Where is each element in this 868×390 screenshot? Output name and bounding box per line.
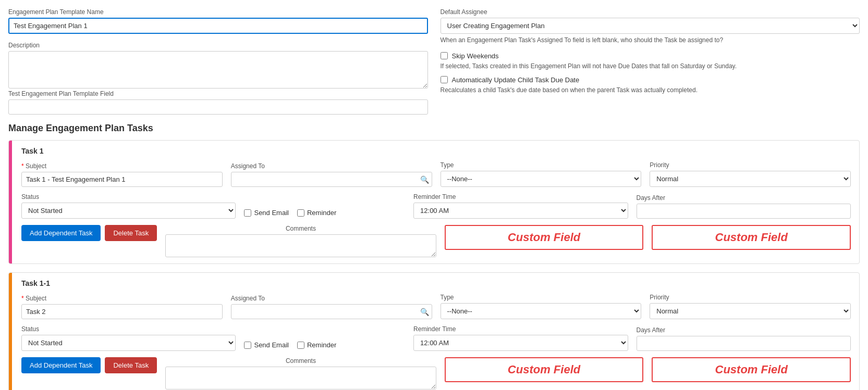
task2-priority-select[interactable]: Normal High Low: [650, 303, 851, 319]
task2-custom-field-2-text: Custom Field: [715, 363, 788, 376]
task1-days-after-input[interactable]: [637, 204, 851, 219]
task2-custom-field-1-text: Custom Field: [508, 363, 580, 376]
task2-custom-field-1: Custom Field: [445, 357, 644, 382]
task2-send-email-checkbox[interactable]: [244, 342, 251, 349]
task2-priority-label: Priority: [650, 294, 851, 301]
task1-assigned-label: Assigned To: [231, 162, 432, 170]
plan-template-name-label: Engagement Plan Template Name: [8, 8, 428, 16]
task2-reminder-label: Reminder: [307, 341, 336, 349]
task1-custom-field-2: Custom Field: [652, 225, 851, 250]
task2-reminder-group: Reminder: [297, 341, 336, 349]
task2-reminder-time-label: Reminder Time: [413, 325, 628, 333]
task1-reminder-time-label: Reminder Time: [413, 193, 628, 200]
task1-comments-textarea[interactable]: [165, 234, 436, 257]
task1-days-after-label: Days After: [637, 194, 851, 202]
task2-status-select[interactable]: Not Started In Progress Completed: [21, 335, 236, 351]
task1-delete-btn[interactable]: Delete Task: [105, 225, 157, 241]
task1-reminder-checkbox[interactable]: [297, 209, 304, 217]
skip-weekends-checkbox[interactable]: [441, 52, 448, 59]
auto-update-checkbox[interactable]: [441, 76, 448, 83]
task2-assigned-input[interactable]: [231, 304, 432, 319]
task1-custom-field-1: Custom Field: [445, 225, 644, 250]
task1-card: Task 1 Subject Assigned To 🔍 Type --None…: [8, 140, 860, 264]
task1-reminder-group: Reminder: [297, 209, 336, 217]
template-field-input[interactable]: [8, 99, 428, 115]
template-field-label: Test Engagement Plan Template Field: [8, 90, 428, 97]
task1-subject-input[interactable]: [21, 172, 223, 187]
task2-reminder-time-select[interactable]: 12:00 AM 12:30 AM 1:00 AM: [413, 335, 628, 351]
task2-subject-label: Subject: [21, 295, 223, 302]
task1-custom-field-2-text: Custom Field: [715, 231, 788, 244]
description-textarea[interactable]: [8, 51, 428, 89]
task2-delete-btn[interactable]: Delete Task: [105, 357, 157, 373]
task1-priority-label: Priority: [650, 161, 851, 169]
task1-status-select[interactable]: Not Started In Progress Completed: [21, 203, 236, 219]
auto-update-label: Automatically Update Child Task Due Date: [452, 76, 580, 84]
task2-status-label: Status: [21, 325, 236, 333]
task2-search-icon: 🔍: [420, 308, 429, 316]
task2-send-email-group: Send Email: [244, 341, 288, 349]
auto-update-info: Recalculates a child Task's due date bas…: [441, 86, 860, 95]
default-assignee-label: Default Assignee: [441, 8, 860, 16]
task1-assigned-input[interactable]: [231, 172, 432, 187]
task1-send-email-group: Send Email: [244, 209, 288, 217]
task1-btn-row: Add Dependent Task Delete Task: [21, 225, 157, 241]
task1-accent: [9, 141, 12, 263]
task2-comments-label: Comments: [165, 357, 436, 364]
task1-search-icon: 🔍: [420, 175, 429, 184]
task1-status-label: Status: [21, 193, 236, 200]
task1-type-select[interactable]: --None-- Call Email Meeting: [441, 171, 642, 187]
task2-reminder-checkbox[interactable]: [297, 342, 304, 349]
manage-tasks-title: Manage Engagement Plan Tasks: [8, 123, 860, 134]
task1-type-label: Type: [441, 161, 642, 169]
task2-type-label: Type: [441, 294, 642, 301]
task2-accent: [9, 273, 12, 390]
description-label: Description: [8, 42, 428, 49]
skip-weekends-label: Skip Weekends: [452, 52, 499, 60]
plan-template-name-input[interactable]: [8, 18, 428, 34]
task1-priority-select[interactable]: Normal High Low: [650, 171, 851, 187]
task2-comments-textarea[interactable]: [165, 367, 436, 389]
task1-send-email-checkbox[interactable]: [244, 209, 251, 217]
skip-weekends-info: If selected, Tasks created in this Engag…: [441, 62, 860, 71]
task2-days-after-input[interactable]: [637, 336, 851, 351]
task2-btn-row: Add Dependent Task Delete Task: [21, 357, 157, 373]
task2-send-email-label: Send Email: [254, 341, 288, 349]
task2-type-select[interactable]: --None-- Call Email Meeting: [441, 303, 642, 319]
task1-reminder-label: Reminder: [307, 209, 336, 217]
task2-subject-input[interactable]: [21, 304, 223, 319]
task1-send-email-label: Send Email: [254, 209, 288, 217]
task2-custom-field-2: Custom Field: [652, 357, 851, 382]
default-assignee-info: When an Engagement Plan Task's Assigned …: [441, 36, 860, 45]
task1-add-dependent-btn[interactable]: Add Dependent Task: [21, 225, 101, 241]
task2-days-after-label: Days After: [637, 326, 851, 334]
task2-title: Task 1-1: [21, 279, 851, 287]
task1-custom-field-1-text: Custom Field: [508, 231, 580, 244]
task1-comments-label: Comments: [165, 225, 436, 232]
default-assignee-select[interactable]: User Creating Engagement Plan: [441, 18, 860, 34]
task2-add-dependent-btn[interactable]: Add Dependent Task: [21, 357, 101, 373]
task1-title: Task 1: [21, 147, 851, 155]
task1-reminder-time-select[interactable]: 12:00 AM 12:30 AM 1:00 AM: [413, 203, 628, 219]
task2-card: Task 1-1 Subject Assigned To 🔍 Type --No…: [8, 272, 860, 390]
task2-assigned-label: Assigned To: [231, 295, 432, 302]
task1-subject-label: Subject: [21, 162, 223, 170]
